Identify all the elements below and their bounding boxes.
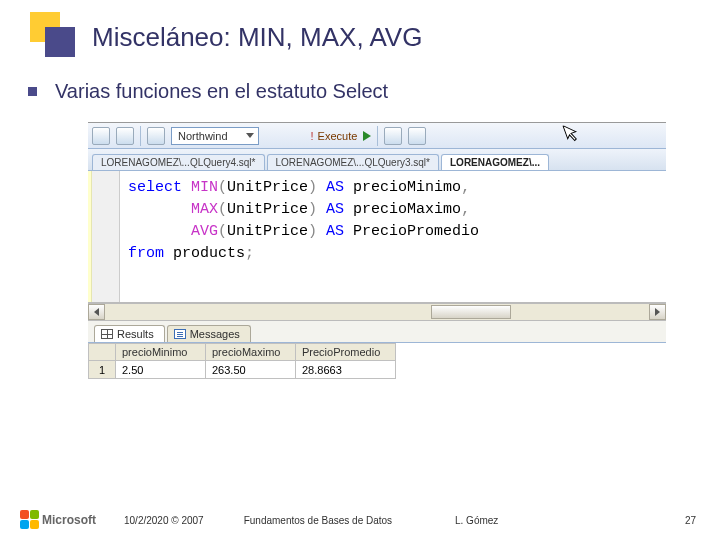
windows-flag-icon bbox=[20, 510, 40, 530]
scroll-track[interactable] bbox=[105, 304, 649, 320]
subtitle-text: Varias funciones en el estatuto Select bbox=[55, 80, 388, 103]
play-icon[interactable] bbox=[363, 131, 371, 141]
grid-icon bbox=[101, 329, 113, 339]
toolbar-button-icon[interactable] bbox=[147, 127, 165, 145]
sql-editor[interactable]: select MIN(UnitPrice) AS precioMinimo, M… bbox=[88, 171, 666, 303]
footer-author: L. Gómez bbox=[455, 515, 498, 526]
bullet-icon bbox=[28, 87, 37, 96]
scroll-thumb[interactable] bbox=[431, 305, 511, 319]
results-tab[interactable]: Results bbox=[94, 325, 165, 342]
scroll-left-button[interactable] bbox=[88, 304, 105, 320]
slide-footer: Microsoft 10/2/2020 © 2007 Fundamentos d… bbox=[0, 510, 720, 530]
database-selector[interactable]: Northwind bbox=[171, 127, 259, 145]
toolbar-separator bbox=[140, 126, 141, 146]
page-number: 27 bbox=[685, 515, 696, 526]
footer-date: 10/2/2020 © 2007 bbox=[124, 515, 204, 526]
grid-header-row: precioMinimo precioMaximo PrecioPromedio bbox=[88, 343, 666, 361]
file-tab[interactable]: LORENAGOMEZ\...QLQuery4.sql* bbox=[92, 154, 265, 170]
messages-icon bbox=[174, 329, 186, 339]
grid-data-row[interactable]: 1 2.50 263.50 28.8663 bbox=[88, 361, 666, 379]
file-tab-active[interactable]: LORENAGOMEZ\... bbox=[441, 154, 549, 170]
toolbar-button-icon[interactable] bbox=[92, 127, 110, 145]
toolbar-button-icon[interactable] bbox=[408, 127, 426, 145]
result-tabs: Results Messages bbox=[88, 321, 666, 343]
database-name: Northwind bbox=[178, 130, 228, 142]
column-header[interactable]: precioMinimo bbox=[116, 343, 206, 361]
microsoft-wordmark: Microsoft bbox=[42, 513, 96, 527]
code-area[interactable]: select MIN(UnitPrice) AS precioMinimo, M… bbox=[120, 171, 666, 302]
results-grid: precioMinimo precioMaximo PrecioPromedio… bbox=[88, 343, 666, 379]
messages-tab-label: Messages bbox=[190, 328, 240, 340]
footer-title: Fundamentos de Bases de Datos bbox=[244, 515, 392, 526]
column-header[interactable]: PrecioPromedio bbox=[296, 343, 396, 361]
grid-cell: 263.50 bbox=[206, 361, 296, 379]
grid-cell: 28.8663 bbox=[296, 361, 396, 379]
title-accent-navy bbox=[45, 27, 75, 57]
file-tab[interactable]: LORENAGOMEZ\...QLQuery3.sql* bbox=[267, 154, 440, 170]
chevron-down-icon bbox=[246, 133, 254, 138]
file-tabs: LORENAGOMEZ\...QLQuery4.sql* LORENAGOMEZ… bbox=[88, 149, 666, 171]
subtitle-row: Varias funciones en el estatuto Select bbox=[28, 80, 388, 103]
grid-corner bbox=[88, 343, 116, 361]
results-tab-label: Results bbox=[117, 328, 154, 340]
execute-label: Execute bbox=[318, 130, 358, 142]
toolbar-button-icon[interactable] bbox=[116, 127, 134, 145]
column-header[interactable]: precioMaximo bbox=[206, 343, 296, 361]
ssms-window: Northwind ! Execute LORENAGOMEZ\...QLQue… bbox=[88, 122, 666, 379]
microsoft-logo: Microsoft bbox=[20, 510, 96, 530]
row-number: 1 bbox=[88, 361, 116, 379]
toolbar-button-icon[interactable] bbox=[384, 127, 402, 145]
messages-tab[interactable]: Messages bbox=[167, 325, 251, 342]
horizontal-scrollbar[interactable] bbox=[88, 303, 666, 321]
slide-title: Misceláneo: MIN, MAX, AVG bbox=[92, 22, 422, 53]
grid-cell: 2.50 bbox=[116, 361, 206, 379]
execute-button[interactable]: ! Execute bbox=[311, 130, 358, 142]
line-gutter bbox=[92, 171, 120, 302]
scroll-right-button[interactable] bbox=[649, 304, 666, 320]
toolbar-separator bbox=[377, 126, 378, 146]
